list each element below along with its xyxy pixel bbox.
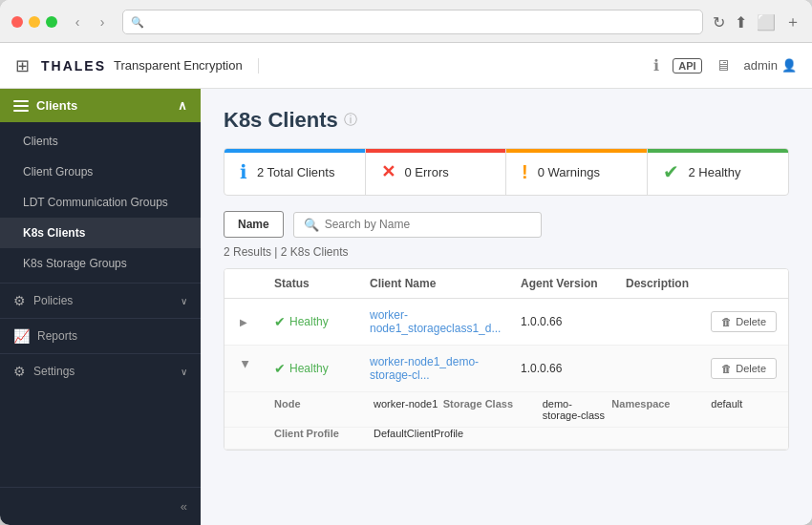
healthy-icon-2: ✔	[274, 361, 286, 376]
stat-healthy-icon: ✔	[663, 160, 679, 183]
new-tab-button[interactable]: ＋	[785, 12, 801, 32]
stat-errors[interactable]: ✕ 0 Errors	[366, 149, 507, 195]
expand-button-1[interactable]: ▶	[236, 314, 251, 329]
address-bar[interactable]: 🔍	[122, 10, 703, 34]
api-badge[interactable]: API	[673, 58, 701, 74]
sidebar-item-clients-label: Clients	[23, 135, 58, 148]
top-bar: ⊞ THALES Transparent Encryption ℹ API 🖥 …	[0, 43, 812, 89]
client-link-2[interactable]: worker-node1_demo-storage-cl...	[370, 355, 479, 382]
namespace-value: default	[711, 398, 777, 421]
sidebar-item-k8s-storage[interactable]: K8s Storage Groups	[0, 248, 201, 279]
expand-button-2[interactable]: ▶	[236, 361, 251, 376]
user-icon: 👤	[781, 58, 797, 73]
search-box[interactable]: 🔍	[293, 212, 542, 238]
grid-icon[interactable]: ⊞	[15, 55, 30, 76]
col-status: Status	[274, 277, 370, 290]
brand: THALES Transparent Encryption	[41, 58, 259, 74]
reports-icon: 📈	[13, 328, 30, 344]
stat-warning-icon: !	[522, 161, 528, 183]
filter-row: Name 🔍	[224, 211, 789, 238]
admin-label: admin	[744, 58, 778, 73]
close-button[interactable]	[11, 16, 23, 28]
stat-total[interactable]: ℹ 2 Total Clients	[224, 149, 366, 195]
row-actions-2: 🗑 Delete	[626, 358, 777, 379]
node-label: Node	[274, 398, 370, 421]
search-icon: 🔍	[131, 16, 144, 29]
table-row: ▶ ✔ Healthy worker-node1_storageclass1_d…	[224, 299, 788, 346]
traffic-lights	[11, 16, 57, 28]
client-name-2: worker-node1_demo-storage-cl...	[370, 355, 521, 382]
agent-version-1: 1.0.0.66	[521, 315, 626, 328]
sidebar-section-policies: ⚙ Policies ∨	[0, 283, 201, 318]
reload-button[interactable]: ↻	[713, 13, 725, 32]
client-name-1: worker-node1_storageclass1_d...	[370, 308, 521, 335]
search-input[interactable]	[325, 218, 531, 231]
name-filter-button[interactable]: Name	[224, 211, 284, 238]
page-title: K8s Clients	[224, 108, 338, 133]
client-link-1[interactable]: worker-node1_storageclass1_d...	[370, 308, 501, 335]
node-value: worker-node1	[374, 398, 439, 421]
col-description: Description	[626, 277, 777, 290]
sidebar-policies-header[interactable]: ⚙ Policies ∨	[0, 284, 201, 318]
delete-button-1[interactable]: 🗑 Delete	[711, 311, 777, 332]
policies-icon: ⚙	[13, 293, 26, 308]
status-label-2: Healthy	[289, 362, 329, 375]
stat-warnings[interactable]: ! 0 Warnings	[506, 149, 648, 195]
reports-label: Reports	[37, 329, 77, 343]
trash-icon-1: 🗑	[721, 316, 732, 327]
status-cell-1: ✔ Healthy	[274, 314, 370, 329]
delete-label-1: Delete	[736, 316, 766, 327]
col-expand	[236, 277, 274, 290]
monitor-icon: 🖥	[716, 57, 731, 74]
sidebar-item-k8s-clients-label: K8s Clients	[23, 226, 85, 240]
sidebar-item-ldt[interactable]: LDT Communication Groups	[0, 187, 201, 218]
sidebar-settings-header[interactable]: ⚙ Settings ∨	[0, 354, 201, 388]
sidebar-items: Clients Client Groups LDT Communication …	[0, 122, 201, 283]
policies-label: Policies	[33, 294, 73, 307]
settings-icon: ⚙	[13, 364, 26, 379]
stat-healthy[interactable]: ✔ 2 Healthy	[648, 149, 789, 195]
back-button[interactable]: ‹	[67, 11, 88, 32]
delete-button-2[interactable]: 🗑 Delete	[711, 358, 777, 379]
trash-icon-2: 🗑	[721, 363, 732, 374]
browser-window: ‹ › 🔍 ↻ ⬆ ⬜ ＋ ⊞ THALES Transparent Encry…	[0, 0, 812, 525]
sidebar-section-reports: 📈 Reports	[0, 318, 201, 353]
sidebar-section-header[interactable]: Clients ∧	[0, 89, 201, 122]
sidebar-item-clients[interactable]: Clients	[0, 126, 201, 157]
page-info-icon[interactable]: ⓘ	[344, 112, 357, 129]
stat-total-label: 2 Total Clients	[257, 165, 334, 179]
maximize-button[interactable]	[46, 16, 57, 28]
stat-healthy-label: 2 Healthy	[689, 165, 741, 179]
sidebar-collapse-button[interactable]: «	[0, 487, 201, 525]
app-container: ⊞ THALES Transparent Encryption ℹ API 🖥 …	[0, 43, 812, 525]
collapse-icon: «	[181, 499, 187, 514]
sidebar-section-settings: ⚙ Settings ∨	[0, 353, 201, 388]
browser-chrome: ‹ › 🔍 ↻ ⬆ ⬜ ＋	[0, 0, 812, 43]
sidebar-item-ldt-label: LDT Communication Groups	[23, 196, 168, 209]
storage-class-value: demo-storage-class	[543, 398, 609, 421]
minimize-button[interactable]	[29, 16, 40, 28]
policies-chevron: ∨	[181, 296, 187, 306]
status-label-1: Healthy	[289, 315, 329, 328]
data-table: Status Client Name Agent Version Descrip…	[224, 268, 789, 451]
row-actions-1: 🗑 Delete	[626, 311, 777, 332]
chevron-up-icon: ∧	[178, 98, 187, 113]
sidebar-item-client-groups[interactable]: Client Groups	[0, 157, 201, 187]
table-header: Status Client Name Agent Version Descrip…	[224, 269, 788, 299]
sidebar-item-k8s-clients[interactable]: K8s Clients	[0, 218, 201, 248]
brand-product: Transparent Encryption	[114, 58, 243, 73]
main-layout: Clients ∧ Clients Client Groups LDT Comm…	[0, 89, 812, 525]
search-box-icon: 🔍	[304, 218, 319, 232]
admin-user[interactable]: admin 👤	[744, 58, 797, 73]
sidebar: Clients ∧ Clients Client Groups LDT Comm…	[0, 89, 201, 525]
sidebar-reports-header[interactable]: 📈 Reports	[0, 319, 201, 353]
forward-button[interactable]: ›	[92, 11, 113, 32]
detail-row: Node worker-node1 Storage Class demo-sto…	[224, 392, 788, 428]
name-filter-label: Name	[238, 218, 269, 231]
stat-error-icon: ✕	[381, 161, 395, 182]
tab-button[interactable]: ⬜	[757, 13, 776, 32]
nav-buttons: ‹ ›	[67, 11, 113, 32]
stat-error-label: 0 Errors	[405, 165, 449, 179]
share-button[interactable]: ⬆	[735, 13, 747, 32]
info-icon[interactable]: ℹ	[653, 56, 659, 74]
